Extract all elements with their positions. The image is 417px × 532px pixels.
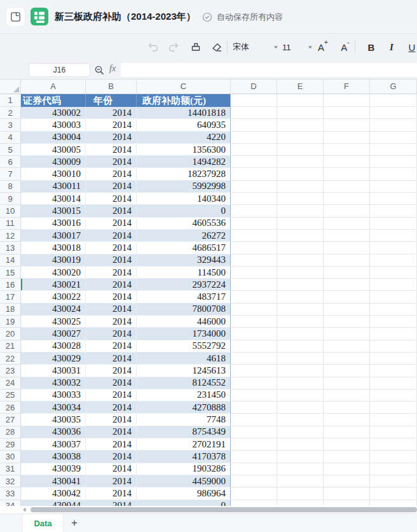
grid-cell[interactable] xyxy=(370,340,417,353)
grid-cell[interactable] xyxy=(277,377,324,389)
row-header[interactable]: 2 xyxy=(0,107,21,119)
grid-cell[interactable] xyxy=(370,291,417,303)
grid-cell[interactable]: 4170378 xyxy=(137,451,231,463)
grid-cell[interactable] xyxy=(370,389,417,402)
grid-cell[interactable]: 2014 xyxy=(86,438,137,451)
add-sheet-button[interactable]: + xyxy=(66,514,83,532)
grid-cell[interactable] xyxy=(370,168,417,180)
grid-cell[interactable] xyxy=(370,402,417,414)
grid-cell[interactable] xyxy=(324,156,370,168)
grid-cell[interactable]: 年份 xyxy=(86,94,137,107)
grid-cell[interactable]: 2014 xyxy=(86,487,137,500)
grid-cell[interactable]: 430020 xyxy=(21,267,86,279)
grid-cell[interactable] xyxy=(324,181,370,193)
column-header[interactable]: D xyxy=(231,80,277,94)
grid-cell[interactable] xyxy=(370,132,417,144)
row-header[interactable]: 14 xyxy=(0,255,21,267)
grid-cell[interactable]: 2014 xyxy=(86,218,137,230)
grid-cell[interactable]: 2014 xyxy=(86,107,137,119)
grid-cell[interactable] xyxy=(324,242,370,254)
grid-cell[interactable] xyxy=(277,463,324,475)
grid-cell[interactable] xyxy=(231,438,277,451)
grid-cell[interactable]: 5992998 xyxy=(137,181,231,193)
grid-cell[interactable] xyxy=(324,94,370,107)
grid-cell[interactable] xyxy=(277,291,324,303)
row-header[interactable]: 23 xyxy=(0,365,21,377)
grid-cell[interactable] xyxy=(231,451,277,463)
row-header[interactable]: 15 xyxy=(0,267,21,279)
row-header[interactable]: 34 xyxy=(0,500,21,507)
grid-cell[interactable]: 430041 xyxy=(21,475,86,487)
grid-cell[interactable] xyxy=(231,316,277,328)
grid-cell[interactable]: 14401818 xyxy=(137,107,231,119)
grid-cell[interactable] xyxy=(370,353,417,365)
grid-cell[interactable] xyxy=(277,414,324,426)
grid-cell[interactable]: 430016 xyxy=(21,218,86,230)
grid-cell[interactable] xyxy=(277,389,324,402)
grid-cell[interactable]: 4605536 xyxy=(137,218,231,230)
grid-cell[interactable] xyxy=(324,279,370,291)
row-header[interactable]: 28 xyxy=(0,426,21,438)
grid-cell[interactable] xyxy=(277,119,324,131)
grid-cell[interactable] xyxy=(277,205,324,217)
grid-cell[interactable] xyxy=(370,500,417,507)
grid-cell[interactable] xyxy=(277,218,324,230)
grid-cell[interactable]: 430036 xyxy=(21,426,86,438)
grid-cell[interactable]: 2014 xyxy=(86,328,137,340)
grid-cell[interactable] xyxy=(324,144,370,156)
row-header[interactable]: 24 xyxy=(0,377,21,389)
row-header[interactable]: 8 xyxy=(0,181,21,193)
row-header[interactable]: 31 xyxy=(0,463,21,475)
grid-cell[interactable]: 2014 xyxy=(86,119,137,131)
grid-cell[interactable]: 430032 xyxy=(21,377,86,389)
grid-cell[interactable]: 430031 xyxy=(21,365,86,377)
grid-cell[interactable]: 430019 xyxy=(21,255,86,267)
grid-cell[interactable]: 430015 xyxy=(21,205,86,217)
grid-cell[interactable] xyxy=(277,193,324,205)
grid-cell[interactable]: 8124552 xyxy=(137,377,231,389)
grid-cell[interactable] xyxy=(324,500,370,507)
column-header[interactable]: E xyxy=(277,80,324,94)
grid-cell[interactable]: 430039 xyxy=(21,463,86,475)
grid-cell[interactable] xyxy=(324,414,370,426)
formula-input[interactable] xyxy=(121,63,417,77)
grid-cell[interactable]: 2014 xyxy=(86,230,137,242)
grid-cell[interactable] xyxy=(231,353,277,365)
row-header[interactable]: 5 xyxy=(0,144,21,156)
grid-cell[interactable] xyxy=(370,426,417,438)
grid-cell[interactable] xyxy=(277,328,324,340)
grid-cell[interactable] xyxy=(231,414,277,426)
grid-cell[interactable] xyxy=(370,414,417,426)
grid-cell[interactable] xyxy=(277,340,324,353)
row-header[interactable]: 10 xyxy=(0,205,21,217)
grid-cell[interactable] xyxy=(324,328,370,340)
grid-cell[interactable] xyxy=(231,181,277,193)
grid-cell[interactable] xyxy=(277,500,324,507)
grid-cell[interactable] xyxy=(277,132,324,144)
grid-cell[interactable] xyxy=(324,255,370,267)
grid-cell[interactable]: 430029 xyxy=(21,353,86,365)
italic-button[interactable]: I xyxy=(383,39,400,55)
fx-button[interactable]: fx xyxy=(109,64,116,74)
grid-cell[interactable]: 4220 xyxy=(137,132,231,144)
row-header[interactable]: 12 xyxy=(0,230,21,242)
row-header[interactable]: 1 xyxy=(0,94,21,107)
grid-cell[interactable] xyxy=(324,463,370,475)
grid-cell[interactable] xyxy=(231,365,277,377)
grid-cell[interactable] xyxy=(231,377,277,389)
grid-cell[interactable] xyxy=(324,389,370,402)
grid-cell[interactable] xyxy=(231,242,277,254)
grid-cell[interactable] xyxy=(370,475,417,487)
column-header[interactable]: B xyxy=(86,80,137,94)
grid-cell[interactable]: 7800708 xyxy=(137,304,231,316)
row-header[interactable]: 6 xyxy=(0,156,21,168)
grid-cell[interactable] xyxy=(231,500,277,507)
grid-cell[interactable]: 430004 xyxy=(21,132,86,144)
row-header[interactable]: 18 xyxy=(0,304,21,316)
eraser-button[interactable] xyxy=(208,39,225,55)
row-header[interactable]: 26 xyxy=(0,402,21,414)
grid-cell[interactable]: 430005 xyxy=(21,144,86,156)
grid-cell[interactable]: 5552792 xyxy=(137,340,231,353)
grid-cell[interactable] xyxy=(324,487,370,500)
grid-cell[interactable] xyxy=(231,267,277,279)
